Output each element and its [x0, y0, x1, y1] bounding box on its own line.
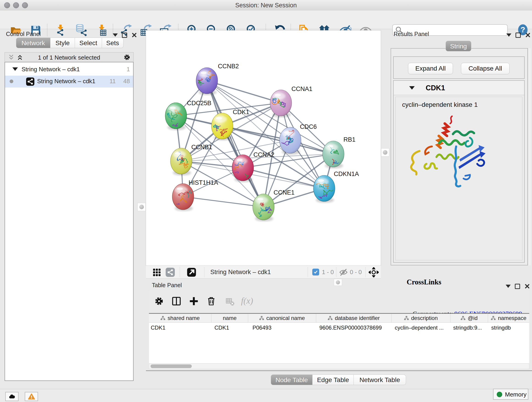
network-node-CDKN1A[interactable]: [313, 175, 335, 203]
results-panel-tabs: String: [446, 41, 471, 51]
tab-string[interactable]: String: [446, 41, 471, 51]
network-node-CCNB2[interactable]: [189, 67, 218, 95]
tab-select[interactable]: Select: [75, 38, 102, 48]
node-label-CDK1: CDK1: [233, 109, 249, 115]
tab-style[interactable]: Style: [51, 38, 75, 48]
results-scrollbar[interactable]: [528, 48, 531, 265]
tab-network[interactable]: Network: [16, 38, 51, 48]
results-panel-title: Results Panel: [394, 31, 429, 37]
network-node-CCNA1[interactable]: [270, 90, 292, 117]
show-columns-icon[interactable]: [171, 296, 181, 306]
control-panel-window-controls: [113, 32, 137, 38]
cell-id: stringdb:9...: [453, 325, 486, 331]
cell-shared-name: CDK1: [151, 325, 210, 331]
import-network-database-icon[interactable]: [75, 24, 87, 36]
network-list: String Network – cdk1 1 String Network –…: [5, 62, 133, 381]
float-panel-icon[interactable]: [113, 33, 118, 37]
entry-header[interactable]: CDK1: [394, 81, 524, 95]
table-toolbar: f(x): [149, 291, 529, 312]
column-header[interactable]: namespace: [488, 314, 529, 322]
title-bar: Session: New Session: [0, 0, 532, 11]
close-panel-icon[interactable]: [131, 32, 137, 38]
float-panel-icon[interactable]: [506, 285, 511, 288]
network-badge-icon[interactable]: [166, 268, 175, 277]
node-label-CCNA1: CCNA1: [291, 85, 312, 92]
network-row-selected[interactable]: String Network – cdk1 11 48: [5, 76, 133, 88]
node-label-CCNA2: CCNA2: [253, 151, 274, 158]
network-list-options-gear-icon[interactable]: [123, 54, 131, 61]
close-panel-icon[interactable]: [524, 283, 530, 289]
collection-expander-icon[interactable]: [12, 67, 18, 71]
collapse-all-button[interactable]: Collapse All: [461, 63, 510, 74]
selected-checkbox-icon[interactable]: [312, 269, 319, 275]
tab-sets[interactable]: Sets: [102, 38, 123, 48]
column-header[interactable]: database identifier: [316, 314, 392, 322]
cell-namespace: stringdb: [491, 325, 528, 331]
network-canvas[interactable]: CCNB2CCNA1CDC25BCDK1CDC6RB1CCNB1CCNA2CDK…: [146, 31, 381, 265]
cloud-icon: [8, 393, 16, 400]
network-node-CCNE1[interactable]: [253, 194, 274, 221]
control-panel-tabs: Network Style Select Sets: [16, 38, 123, 48]
float-panel-icon[interactable]: [506, 33, 511, 37]
tab-edge-table[interactable]: Edge Table: [312, 375, 354, 385]
network-node-RB1[interactable]: [323, 141, 344, 175]
cloud-status-button[interactable]: [5, 392, 19, 401]
maximize-panel-icon[interactable]: [515, 32, 521, 38]
function-builder-icon: f(x): [241, 296, 253, 306]
hidden-eye-slash-icon[interactable]: [339, 268, 348, 276]
column-header[interactable]: @id: [450, 314, 488, 322]
add-column-icon[interactable]: [189, 296, 199, 306]
node-label-CCNB1: CCNB1: [191, 144, 212, 151]
network-node-HIST1H1A[interactable]: [165, 184, 194, 216]
scrollbar-thumb[interactable]: [151, 364, 192, 368]
column-source-icon: [259, 316, 264, 321]
left-splitter-handle[interactable]: [138, 203, 146, 211]
column-header[interactable]: shared name: [149, 314, 211, 322]
collection-count: 1: [127, 66, 130, 73]
protein-structure-image: [404, 112, 496, 195]
birds-eye-view-icon[interactable]: [187, 268, 196, 277]
network-node-CCNB1[interactable]: [171, 148, 192, 176]
warnings-button[interactable]: [25, 392, 38, 401]
column-header[interactable]: description: [392, 314, 450, 322]
tab-node-table[interactable]: Node Table: [271, 375, 312, 385]
memory-label: Memory: [505, 391, 526, 398]
maximize-panel-icon[interactable]: [515, 284, 520, 289]
cell-canonical-name: P06493: [253, 325, 314, 331]
column-source-icon: [461, 316, 466, 321]
node-label-RB1: RB1: [343, 136, 355, 143]
maximize-panel-icon[interactable]: [122, 32, 127, 38]
network-node-CDC25B[interactable]: [165, 103, 187, 130]
horizontal-splitter-handle[interactable]: [334, 279, 342, 286]
column-header[interactable]: canonical name: [248, 314, 316, 322]
status-bar: Memory: [0, 389, 532, 402]
delete-column-trash-icon[interactable]: [206, 296, 216, 306]
table-horizontal-scrollbar[interactable]: [149, 364, 529, 369]
network-node-CDK1[interactable]: [211, 113, 233, 140]
results-buttons-box: Expand All Collapse All: [393, 56, 525, 79]
table-header: shared name name canonical name database…: [149, 313, 529, 323]
expand-all-button[interactable]: Expand All: [408, 63, 453, 74]
import-network-file-icon[interactable]: [55, 24, 66, 36]
column-header[interactable]: name: [211, 314, 248, 322]
grid-view-icon[interactable]: [152, 268, 161, 277]
application-window: Session: New Session ? Control Panel: [0, 0, 532, 402]
table-body: CDK1 CDK1 P06493 9606.ENSP00000378699 cy…: [149, 323, 529, 363]
close-panel-icon[interactable]: [525, 32, 531, 38]
table-options-gear-icon[interactable]: [154, 296, 164, 306]
hidden-count: 0 - 0: [350, 269, 362, 276]
node-label-CCNE1: CCNE1: [273, 189, 295, 196]
fit-content-crosshair-icon[interactable]: [369, 267, 379, 277]
right-splitter-handle[interactable]: [381, 148, 389, 157]
column-source-icon: [160, 316, 165, 321]
tab-network-table[interactable]: Network Table: [354, 375, 406, 385]
import-table-file-icon[interactable]: [96, 24, 108, 36]
network-collection-row[interactable]: String Network – cdk1 1: [5, 64, 133, 76]
column-source-icon: [491, 316, 496, 321]
network-selection-status: 1 of 1 Network selected: [5, 54, 133, 61]
column-source-icon: [404, 316, 409, 321]
entry-description: cyclin–dependent kinase 1: [402, 101, 478, 108]
entry-expander-icon[interactable]: [409, 86, 415, 89]
network-graph[interactable]: CCNB2CCNA1CDC25BCDK1CDC6RB1CCNB1CCNA2CDK…: [146, 31, 381, 265]
memory-button[interactable]: Memory: [493, 389, 528, 400]
